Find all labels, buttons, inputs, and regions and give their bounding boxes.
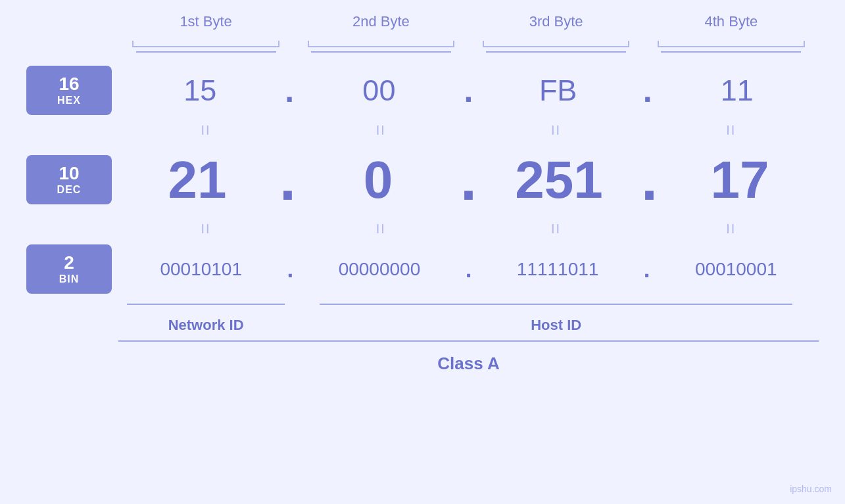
eq-1-4: II: [644, 123, 819, 138]
bin-base-name: BIN: [59, 273, 80, 285]
byte-header-1: 1st Byte: [118, 13, 293, 53]
hex-values: 15 . 00 . FB . 11: [118, 72, 819, 110]
main-container: 1st Byte 2nd Byte 3rd Byte 4t: [0, 0, 845, 504]
host-id-label: Host ID: [293, 311, 819, 334]
eq-2-1: II: [118, 221, 293, 237]
host-id-bracket: Host ID: [293, 304, 819, 334]
hex-val-4: 11: [656, 74, 819, 108]
byte-header-2: 2nd Byte: [293, 13, 468, 53]
hex-val-3: FB: [476, 74, 639, 108]
dot-dec-2: .: [457, 146, 480, 214]
eq-2-4: II: [644, 221, 819, 237]
id-labels-row: Network ID Host ID: [26, 304, 819, 334]
equals-row-1: II II II II: [26, 122, 819, 139]
dec-val-3: 251: [480, 150, 638, 210]
class-bracket: Class A: [118, 340, 819, 374]
hex-base-num: 16: [59, 74, 79, 95]
class-label: Class A: [118, 348, 819, 374]
eq-2-3: II: [469, 221, 644, 237]
dec-row: 10 DEC 21 . 0 . 251 . 17: [26, 139, 819, 220]
hex-base-name: HEX: [57, 95, 81, 106]
eq-1-3: II: [469, 123, 644, 138]
network-id-bracket: Network ID: [118, 304, 293, 334]
equals-row-2: II II II II: [26, 220, 819, 238]
dec-base-num: 10: [59, 164, 79, 184]
bin-label: 2 BIN: [26, 244, 112, 294]
host-id-section: Host ID: [293, 304, 819, 334]
eq-1-2: II: [293, 123, 468, 138]
bin-val-3: 11111011: [475, 259, 640, 280]
hex-val-1: 15: [118, 74, 281, 108]
dot-dec-1: .: [276, 146, 299, 214]
bin-val-1: 00010101: [118, 259, 283, 280]
hex-row: 16 HEX 15 . 00 . FB . 11: [26, 59, 819, 122]
byte-header-4: 4th Byte: [644, 13, 819, 53]
bin-base-num: 2: [64, 253, 74, 273]
byte-headers-row: 1st Byte 2nd Byte 3rd Byte 4t: [26, 13, 819, 53]
dot-bin-2: .: [462, 256, 475, 283]
bin-values: 00010101 . 00000000 . 11111011 . 0001000…: [118, 256, 819, 283]
bin-val-4: 00010001: [654, 259, 819, 280]
dec-values: 21 . 0 . 251 . 17: [118, 146, 819, 214]
dot-hex-1: .: [281, 72, 297, 110]
network-id-label: Network ID: [118, 311, 293, 334]
hex-label: 16 HEX: [26, 66, 112, 115]
byte-header-3: 3rd Byte: [469, 13, 644, 53]
dot-hex-3: .: [640, 72, 656, 110]
eq-2-2: II: [293, 221, 468, 237]
hex-val-2: 00: [297, 74, 460, 108]
bin-val-2: 00000000: [297, 259, 462, 280]
eq-1-1: II: [118, 123, 293, 138]
class-row: Class A: [26, 340, 819, 374]
dot-bin-1: .: [283, 256, 297, 283]
dot-hex-2: .: [461, 72, 477, 110]
dec-val-1: 21: [118, 150, 276, 210]
network-id-section: Network ID: [118, 304, 293, 334]
dec-val-4: 17: [661, 150, 819, 210]
dec-label: 10 DEC: [26, 155, 112, 204]
dec-val-2: 0: [299, 150, 457, 210]
dot-dec-3: .: [638, 146, 661, 214]
dec-base-name: DEC: [57, 184, 82, 196]
dot-bin-3: .: [640, 256, 654, 283]
bin-row: 2 BIN 00010101 . 00000000 . 11111011 . 0…: [26, 238, 819, 300]
watermark: ipshu.com: [790, 484, 832, 494]
